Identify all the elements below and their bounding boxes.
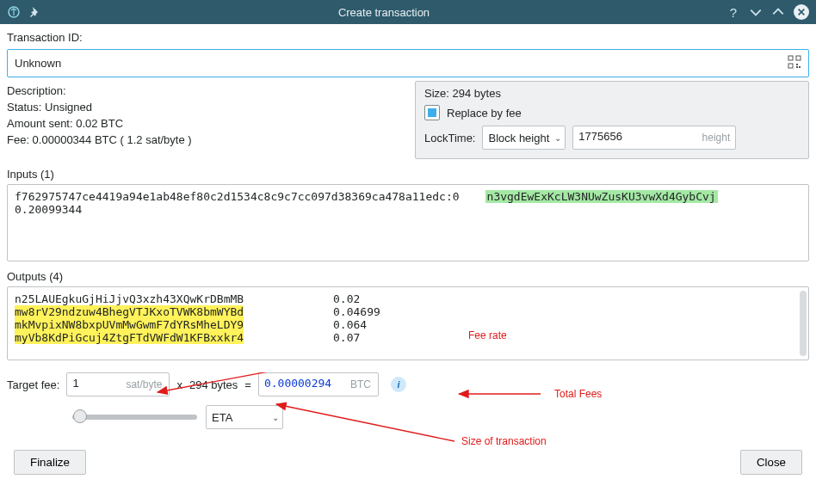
size-text: Size: 294 bytes [424, 87, 800, 100]
locktime-mode-value: Block height [488, 132, 549, 144]
inputs-header: Inputs (1) [7, 168, 809, 181]
output-value: 0.064 [333, 318, 367, 331]
input-amount: 0.20099344 [15, 203, 801, 216]
output-value: 0.02 [333, 292, 360, 305]
output-row: myVb8KdPiGcuj4ZtgFTdVWFdW1KFBxxkr4 0.07 [15, 331, 801, 344]
output-row: mkMvpixNW8bxpUVmMwGwmF7dYRsMheLDY9 0.064 [15, 318, 801, 331]
qr-icon[interactable] [788, 55, 801, 71]
fee-total-unit: BTC [350, 378, 371, 390]
output-address: mkMvpixNW8bxpUVmMwGwmF7dYRsMheLDY9 [15, 318, 244, 331]
fee-rate-unit: sat/byte [126, 378, 162, 390]
svg-rect-3 [788, 64, 793, 68]
chevron-down-icon: ⌄ [554, 133, 561, 143]
locktime-hint: height [702, 132, 731, 144]
eta-select[interactable]: ETA ⌄ [206, 405, 283, 429]
minimize-icon[interactable] [749, 5, 763, 19]
tx-size-text: 294 bytes [189, 378, 238, 391]
fee-rate-input[interactable]: 1 sat/byte [66, 372, 170, 396]
txid-field[interactable]: Unknown [7, 49, 809, 77]
fee-total-value: 0.00000294 [264, 377, 331, 390]
rbf-checkbox[interactable] [424, 105, 440, 120]
close-button[interactable]: Close [740, 450, 802, 475]
locktime-value: 1775656 [578, 130, 622, 143]
output-value: 0.07 [333, 331, 360, 344]
help-icon[interactable]: ? [726, 5, 740, 19]
close-window-icon[interactable] [794, 4, 809, 20]
chevron-down-icon: ⌄ [272, 413, 279, 422]
input-address: n3vgdEwExKcLW3NUwZusKU3vwXd4GybCvj [485, 190, 718, 203]
description-label: Description: [7, 84, 405, 97]
info-icon[interactable]: i [391, 377, 406, 392]
pin-icon[interactable] [28, 5, 41, 19]
svg-rect-6 [796, 66, 798, 68]
status-text: Status: Unsigned [7, 101, 405, 114]
svg-rect-4 [796, 64, 798, 65]
outputs-list[interactable]: n25LAUEgkuGjHiJjvQ3xzh43XQwKrDBmMB 0.02 … [7, 286, 809, 360]
fee-slider[interactable] [72, 415, 197, 420]
svg-rect-2 [796, 56, 801, 60]
output-row: n25LAUEgkuGjHiJjvQ3xzh43XQwKrDBmMB 0.02 [15, 292, 801, 305]
fee-equals-sign: = [244, 378, 251, 391]
output-address: n25LAUEgkuGjHiJjvQ3xzh43XQwKrDBmMB [15, 292, 244, 305]
locktime-mode-select[interactable]: Block height ⌄ [482, 126, 566, 150]
maximize-icon[interactable] [771, 5, 785, 19]
fee-text: Fee: 0.00000344 BTC ( 1.2 sat/byte ) [7, 133, 405, 146]
output-row: mw8rV29ndzuw4BhegVTJKxoTVWK8bmWYBd 0.046… [15, 305, 801, 318]
target-fee-label: Target fee: [7, 378, 59, 391]
svg-rect-5 [799, 66, 801, 68]
fee-rate-value: 1 [72, 377, 78, 390]
output-address: mw8rV29ndzuw4BhegVTJKxoTVWK8bmWYBd [15, 305, 244, 318]
txid-value: Unknown [15, 57, 61, 70]
app-icon [7, 5, 21, 19]
eta-value: ETA [212, 411, 232, 424]
fee-total-input[interactable]: 0.00000294 BTC [258, 372, 379, 396]
outputs-scrollbar[interactable] [800, 291, 807, 356]
output-address: myVb8KdPiGcuj4ZtgFTdVWFdW1KFBxxkr4 [15, 331, 244, 344]
outputs-header: Outputs (4) [7, 270, 809, 283]
txid-label: Transaction ID: [7, 31, 83, 44]
fee-multiply-sign: x [176, 378, 182, 391]
output-value: 0.04699 [333, 305, 380, 318]
locktime-value-input[interactable]: 1775656 height [572, 126, 736, 150]
locktime-label: LockTime: [424, 132, 475, 144]
svg-rect-1 [788, 56, 793, 60]
rbf-label: Replace by fee [447, 107, 522, 120]
input-txref: f762975747ce4419a94e1ab48ef80c2d1534c8c9… [15, 190, 460, 203]
finalize-button[interactable]: Finalize [14, 450, 86, 475]
slider-thumb[interactable] [73, 409, 87, 423]
inputs-list[interactable]: f762975747ce4419a94e1ab48ef80c2d1534c8c9… [7, 184, 809, 261]
window-title: Create transaction [41, 6, 726, 19]
amount-sent-text: Amount sent: 0.02 BTC [7, 117, 405, 130]
